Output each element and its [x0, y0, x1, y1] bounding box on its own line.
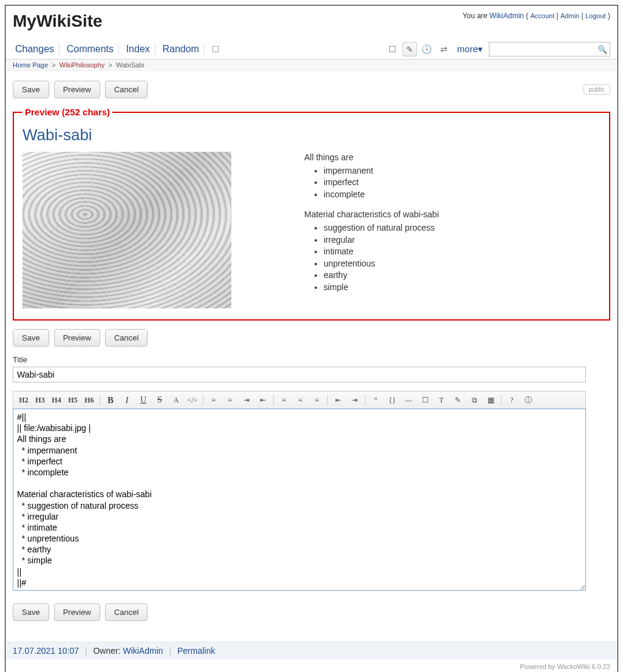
highlight-button[interactable]: ✎	[450, 393, 466, 407]
edit-icon[interactable]: ✎	[403, 42, 417, 56]
footer-bar: 17.07.2021 10:07 | Owner: WikiAdmin | Pe…	[5, 642, 618, 659]
link-button[interactable]: ⧉	[466, 393, 482, 407]
nav-random[interactable]: Random	[157, 41, 203, 56]
preview-p1: All things are	[304, 152, 439, 164]
outdent-button[interactable]: ⇤	[330, 393, 346, 407]
preview-heading: Wabi-sabi	[22, 126, 601, 144]
bookmark-icon[interactable]: ☐	[207, 44, 225, 54]
nav-index[interactable]: Index	[121, 41, 155, 56]
indent-right-button[interactable]: ⇥	[239, 393, 254, 407]
permalink-link[interactable]: Permalink	[177, 646, 215, 656]
list-item: earthy	[324, 270, 439, 282]
font-button[interactable]: A	[168, 393, 184, 407]
title-input[interactable]	[13, 367, 586, 382]
h4-button[interactable]: H4	[49, 393, 64, 407]
cancel-button[interactable]: Cancel	[105, 329, 148, 347]
table-button[interactable]: ▦	[483, 393, 499, 407]
save-button[interactable]: Save	[13, 81, 49, 98]
site-title: MyWikiSite	[13, 12, 103, 31]
breadcrumb-category[interactable]: WikiPhilosophy	[60, 61, 105, 69]
separator	[327, 395, 328, 406]
footer-date[interactable]: 17.07.2021 10:07	[13, 646, 79, 656]
user-prefix: You are	[463, 12, 488, 20]
align-center-button[interactable]: ≡	[293, 393, 308, 407]
preview-legend: Preview (252 chars)	[22, 107, 112, 117]
preview-button[interactable]: Preview	[54, 329, 100, 347]
search-box[interactable]: 🔍	[489, 42, 610, 56]
list-item: simple	[324, 282, 439, 294]
note-button[interactable]: ☐	[417, 393, 433, 407]
preview-p2: Material characteristics of wabi-sabi	[304, 209, 439, 221]
ol-button[interactable]: ≡	[206, 393, 222, 407]
settings-icon[interactable]: ⇄	[437, 42, 451, 56]
list-item: irregular	[324, 234, 439, 246]
editor-textarea[interactable]	[13, 409, 586, 591]
help-button[interactable]: ?	[504, 393, 520, 407]
h2-button[interactable]: H2	[16, 393, 32, 407]
list-item: intimate	[324, 246, 439, 258]
underline-button[interactable]: U	[135, 393, 151, 407]
separator	[273, 395, 274, 406]
editor-toolbar: H2 H3 H4 H5 H6 B I U S A </> ≡ ≡ ⇥ ⇤ ≡ ≡…	[13, 391, 586, 409]
preview-image	[22, 152, 231, 308]
save-button[interactable]: Save	[13, 329, 49, 347]
quote-button[interactable]: “	[368, 393, 384, 407]
user-name-link[interactable]: WikiAdmin	[489, 12, 524, 20]
nav-comments[interactable]: Comments	[62, 41, 118, 56]
powered-by: Powered by WackoWiki 6.0.22	[5, 659, 618, 672]
ul-button[interactable]: ≡	[222, 393, 238, 407]
brace-button[interactable]: {}	[384, 393, 400, 407]
account-link[interactable]: Account	[530, 12, 554, 19]
breadcrumb-page: WabiSabi	[116, 61, 145, 69]
owner-link[interactable]: WikiAdmin	[123, 646, 163, 656]
indent-left-button[interactable]: ⇤	[255, 393, 271, 407]
separator	[100, 395, 100, 406]
title-label: Title	[13, 355, 610, 364]
breadcrumb: Home Page > WikiPhilosophy > WabiSabi	[5, 59, 618, 71]
more-menu[interactable]: more▾	[457, 44, 483, 55]
save-button[interactable]: Save	[13, 603, 49, 621]
bold-button[interactable]: B	[103, 393, 118, 407]
list-item: suggestion of natural process	[324, 222, 439, 234]
info-button[interactable]: ⓘ	[520, 393, 536, 407]
separator	[501, 395, 502, 406]
strike-button[interactable]: S	[152, 393, 168, 407]
nav-changes[interactable]: Changes	[10, 41, 59, 56]
search-icon[interactable]: 🔍	[597, 45, 607, 54]
list-item: unpretentious	[324, 258, 439, 270]
public-badge: public	[584, 84, 610, 95]
hr-button[interactable]: —	[401, 393, 417, 407]
separator	[203, 395, 203, 406]
user-line: You are WikiAdmin ( Account | Admin | Lo…	[463, 12, 610, 20]
list-item: incomplete	[324, 189, 439, 201]
preview-panel: Preview (252 chars) Wabi-sabi All things…	[13, 107, 610, 321]
italic-button[interactable]: I	[119, 393, 135, 407]
history-icon[interactable]: 🕓	[420, 42, 434, 56]
textsize-button[interactable]: T	[434, 393, 449, 407]
page-icon[interactable]: ☐	[386, 42, 400, 56]
breadcrumb-home[interactable]: Home Page	[13, 61, 48, 69]
logout-link[interactable]: Logout	[585, 12, 606, 19]
h5-button[interactable]: H5	[65, 393, 81, 407]
preview-button[interactable]: Preview	[54, 81, 100, 98]
preview-button[interactable]: Preview	[54, 603, 100, 621]
list-item: imperfect	[324, 177, 439, 189]
cancel-button[interactable]: Cancel	[105, 603, 148, 621]
preview-list2: suggestion of natural process irregular …	[304, 222, 439, 294]
indent-button[interactable]: ⇥	[347, 393, 363, 407]
preview-list1: impermanent imperfect incomplete	[304, 165, 439, 201]
h3-button[interactable]: H3	[32, 393, 48, 407]
cancel-button[interactable]: Cancel	[105, 81, 148, 98]
separator	[365, 395, 366, 406]
h6-button[interactable]: H6	[81, 393, 97, 407]
search-input[interactable]	[492, 44, 597, 54]
owner-label: Owner:	[93, 646, 120, 656]
list-item: impermanent	[324, 165, 439, 177]
main-nav: Changes Comments Index Random ☐	[10, 44, 225, 55]
code-button[interactable]: </>	[185, 393, 200, 407]
admin-link[interactable]: Admin	[560, 12, 579, 19]
align-left-button[interactable]: ≡	[276, 393, 292, 407]
align-right-button[interactable]: ≡	[309, 393, 325, 407]
preview-text: All things are impermanent imperfect inc…	[304, 152, 439, 302]
